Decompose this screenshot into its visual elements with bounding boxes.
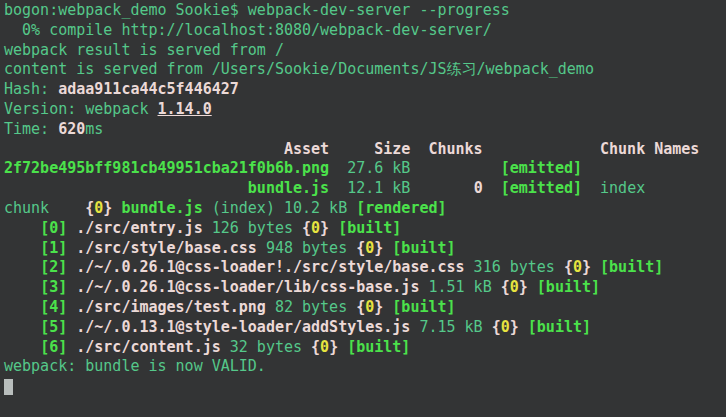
module-row-1-seg-6: 0 xyxy=(365,239,374,257)
version-line-seg-0: Version: webpack xyxy=(4,100,158,118)
module-row-0-seg-9: [built] xyxy=(338,219,401,237)
hash-line: Hash: adaa911ca44c5f446427 xyxy=(4,80,726,100)
module-row-1: [1] ./src/style/base.css 948 bytes {0} [… xyxy=(4,239,726,259)
progress-line: 0% compile http://localhost:8080/webpack… xyxy=(4,21,726,41)
bundle-valid-line-seg-0: webpack: bundle is now VALID. xyxy=(4,357,266,375)
module-row-1-seg-7: } xyxy=(374,239,383,257)
module-row-3-seg-7: } xyxy=(519,278,528,296)
serve-content-line: content is served from /Users/Sookie/Doc… xyxy=(4,60,726,80)
chunk-line-seg-1: { xyxy=(85,199,94,217)
serve-root-line-seg-0: webpack result is served from / xyxy=(4,41,284,59)
module-row-4-seg-6: 0 xyxy=(365,298,374,316)
asset-row-bundle-seg-2: 12.1 kB xyxy=(329,179,474,197)
module-row-2-seg-0 xyxy=(4,258,40,276)
module-row-3-seg-3: ./~/.0.26.1@css-loader/lib/css-base.js xyxy=(76,278,419,296)
asset-row-bundle-seg-6: index xyxy=(582,179,645,197)
module-row-5-seg-8 xyxy=(519,318,528,336)
asset-row-png-seg-0: 2f72be495bff981cb49951cba21f0b6b.png xyxy=(4,159,329,177)
chunk-line-seg-5: bundle.js xyxy=(121,199,202,217)
module-row-3-seg-2 xyxy=(67,278,76,296)
module-row-5-seg-7: } xyxy=(510,318,519,336)
module-row-6-seg-6: 0 xyxy=(320,338,329,356)
module-row-5-seg-3: ./~/.0.13.1@style-loader/addStyles.js xyxy=(76,318,410,336)
serve-content-line-seg-0: content is served from /Users/Sookie/Doc… xyxy=(4,60,594,78)
asset-row-png: 2f72be495bff981cb49951cba21f0b6b.png 27.… xyxy=(4,159,726,179)
module-row-4-seg-1: [4] xyxy=(40,298,67,316)
module-row-5-seg-6: 0 xyxy=(501,318,510,336)
module-row-3-seg-4: 1.51 kB xyxy=(419,278,500,296)
module-row-2-seg-5: { xyxy=(564,258,573,276)
module-row-2-seg-6: 0 xyxy=(573,258,582,276)
asset-row-bundle-seg-1: bundle.js xyxy=(248,179,329,197)
asset-row-bundle-seg-3: 0 xyxy=(474,179,483,197)
module-row-1-seg-0 xyxy=(4,239,40,257)
module-row-3-seg-6: 0 xyxy=(510,278,519,296)
module-row-4-seg-4: 82 bytes xyxy=(266,298,356,316)
module-row-2-seg-4: 316 bytes xyxy=(465,258,564,276)
asset-row-bundle: bundle.js 12.1 kB 0 [emitted] index xyxy=(4,179,726,199)
chunk-line-seg-7: [rendered] xyxy=(356,199,446,217)
module-row-5-seg-9: [built] xyxy=(528,318,591,336)
module-row-1-seg-8 xyxy=(383,239,392,257)
module-row-2-seg-7: } xyxy=(582,258,591,276)
chunk-line-seg-2: 0 xyxy=(94,199,103,217)
module-row-4-seg-9: [built] xyxy=(392,298,455,316)
module-row-0-seg-8 xyxy=(329,219,338,237)
module-row-6-seg-5: { xyxy=(311,338,320,356)
module-row-1-seg-9: [built] xyxy=(392,239,455,257)
chunk-line: chunk {0} bundle.js (index) 10.2 kB [ren… xyxy=(4,199,726,219)
module-row-3-seg-1: [3] xyxy=(40,278,67,296)
module-row-1-seg-3: ./src/style/base.css xyxy=(76,239,257,257)
module-row-4-seg-2 xyxy=(67,298,76,316)
module-row-6: [6] ./src/content.js 32 bytes {0} [built… xyxy=(4,338,726,358)
module-row-0-seg-5: { xyxy=(302,219,311,237)
progress-line-seg-0: 0% compile http://localhost:8080/webpack… xyxy=(4,21,492,39)
module-row-6-seg-2 xyxy=(67,338,76,356)
prompt-command-line-seg-0: bogon:webpack_demo Sookie$ webpack-dev-s… xyxy=(4,1,510,19)
asset-row-bundle-seg-0 xyxy=(4,179,248,197)
module-row-0: [0] ./src/entry.js 126 bytes {0} [built] xyxy=(4,219,726,239)
module-row-0-seg-7: } xyxy=(320,219,329,237)
module-row-6-seg-9: [built] xyxy=(347,338,410,356)
module-row-0-seg-6: 0 xyxy=(311,219,320,237)
serve-root-line: webpack result is served from / xyxy=(4,41,726,61)
module-row-5-seg-2 xyxy=(67,318,76,336)
hash-line-seg-1: adaa911ca44c5f446427 xyxy=(58,80,239,98)
module-row-4-seg-7: } xyxy=(374,298,383,316)
module-row-0-seg-4: 126 bytes xyxy=(203,219,302,237)
module-row-2-seg-8 xyxy=(591,258,600,276)
prompt-command-line: bogon:webpack_demo Sookie$ webpack-dev-s… xyxy=(4,1,726,21)
cursor-line xyxy=(4,377,726,397)
module-row-5-seg-1: [5] xyxy=(40,318,67,336)
assets-table-header-seg-0: Asset Size Chunks Chunk Names xyxy=(4,140,699,158)
module-row-2-seg-9: [built] xyxy=(600,258,663,276)
assets-table-header: Asset Size Chunks Chunk Names xyxy=(4,140,726,160)
module-row-3-seg-9: [built] xyxy=(537,278,600,296)
module-row-2-seg-3: ./~/.0.26.1@css-loader!./src/style/base.… xyxy=(76,258,464,276)
chunk-line-seg-6: (index) 10.2 kB xyxy=(203,199,357,217)
module-row-5-seg-4: 7.15 kB xyxy=(410,318,491,336)
module-row-4-seg-0 xyxy=(4,298,40,316)
asset-row-bundle-seg-4 xyxy=(483,179,501,197)
asset-row-bundle-seg-5: [emitted] xyxy=(501,179,582,197)
module-row-3-seg-8 xyxy=(528,278,537,296)
module-row-6-seg-4: 32 bytes xyxy=(221,338,311,356)
asset-row-png-seg-1: 27.6 kB xyxy=(329,159,501,177)
time-line-seg-1: 620 xyxy=(58,120,85,138)
cursor xyxy=(4,379,13,395)
version-line-seg-1: 1.14.0 xyxy=(158,100,212,118)
module-row-4-seg-5: { xyxy=(356,298,365,316)
terminal-screen[interactable]: bogon:webpack_demo Sookie$ webpack-dev-s… xyxy=(0,0,726,417)
module-row-6-seg-7: } xyxy=(329,338,338,356)
module-row-5-seg-5: { xyxy=(492,318,501,336)
module-row-5-seg-0 xyxy=(4,318,40,336)
module-row-6-seg-8 xyxy=(338,338,347,356)
hash-line-seg-0: Hash: xyxy=(4,80,58,98)
module-row-1-seg-1: [1] xyxy=(40,239,67,257)
time-line-seg-2: ms xyxy=(85,120,103,138)
module-row-0-seg-0 xyxy=(4,219,40,237)
module-row-0-seg-1: [0] xyxy=(40,219,67,237)
module-row-4-seg-8 xyxy=(383,298,392,316)
module-row-3-seg-0 xyxy=(4,278,40,296)
module-row-1-seg-2 xyxy=(67,239,76,257)
